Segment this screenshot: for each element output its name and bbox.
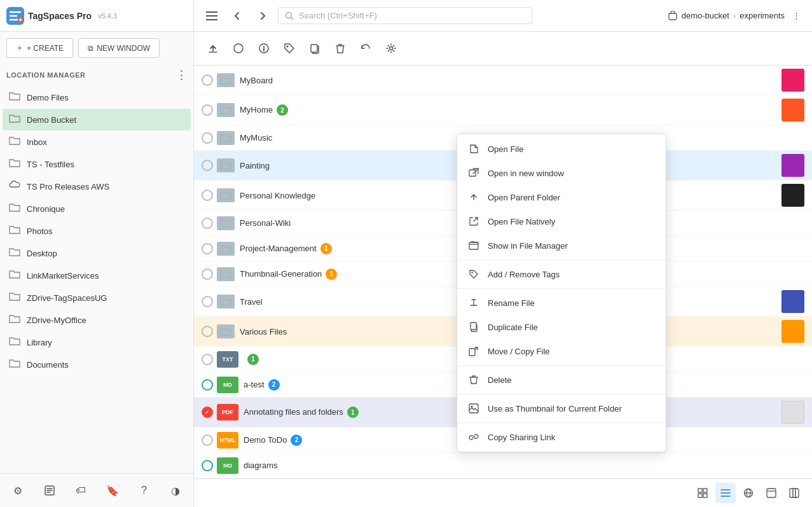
location-name: Chronique <box>27 204 174 214</box>
file-check <box>202 296 213 307</box>
circle-button[interactable] <box>227 37 250 60</box>
location-name: Inbox <box>27 137 174 147</box>
hamburger-button[interactable] <box>202 6 222 26</box>
context-menu-item-open-natively[interactable]: Open File Natively <box>457 209 666 233</box>
context-menu-item-rename-file[interactable]: Rename File <box>457 291 666 315</box>
context-menu-item-open-parent[interactable]: Open Parent Folder <box>457 185 666 209</box>
file-manager-icon <box>469 240 479 251</box>
sidebar-item-zdrive-myoffice[interactable]: ZDrive-MyOffice ⋮ <box>3 309 191 331</box>
grid-icon <box>698 488 708 498</box>
globe-view-button[interactable] <box>738 483 759 503</box>
context-menu-item-delete[interactable]: Delete <box>457 368 666 392</box>
context-menu-item-use-thumbnail[interactable]: Use as Thumbnail for Current Folder <box>457 396 666 420</box>
svg-rect-12 <box>703 489 707 492</box>
move-icon <box>469 346 479 356</box>
main-header: Search (Ctrl+Shift+F) demo-bucket › expe… <box>194 0 812 32</box>
help-button[interactable]: ? <box>132 479 155 502</box>
sidebar-item-ts-testfiles[interactable]: TS - Testfiles ⋮ <box>3 153 191 175</box>
file-check <box>202 354 213 365</box>
context-menu-item-show-file-manager[interactable]: Show in File Manager <box>457 233 666 258</box>
context-menu-item-duplicate-file[interactable]: Duplicate File <box>457 315 666 339</box>
forward-button[interactable] <box>252 6 273 26</box>
file-row[interactable]: MD diagrams <box>194 453 812 478</box>
sidebar-item-photos[interactable]: Photos ⋮ <box>3 220 191 242</box>
folder-icon <box>217 242 235 256</box>
columns-icon <box>789 488 799 498</box>
tag-count-badge: 1 <box>326 268 337 280</box>
context-menu-item-open-new-window[interactable]: Open in new window <box>457 161 666 185</box>
file-row[interactable]: MyHome2 <box>194 95 812 125</box>
link-icon <box>469 432 479 442</box>
location-icon <box>9 158 22 170</box>
columns-view-button[interactable] <box>784 483 804 503</box>
open-window-icon <box>469 168 479 178</box>
tags-button[interactable]: 🏷 <box>69 479 92 502</box>
settings-button[interactable]: ⚙ <box>6 479 29 502</box>
sidebar-logo: TagSpaces Pro v5.4.3 <box>6 7 117 25</box>
toolbar <box>194 32 812 66</box>
grid-view-button[interactable] <box>692 483 713 503</box>
new-window-icon: ⧉ <box>88 44 93 53</box>
sidebar-item-demo-bucket[interactable]: Demo Bucket ⋮ <box>3 109 191 130</box>
sidebar-item-zdrive-tagspaces[interactable]: ZDrive-TagSpacesUG ⋮ <box>3 287 191 309</box>
file-thumbnail <box>781 69 804 92</box>
duplicate-icon <box>469 322 479 332</box>
file-row[interactable]: MyBoard <box>194 66 812 95</box>
list-icon <box>720 488 731 498</box>
location-name: TS Pro Releases AWS <box>27 182 174 191</box>
folder-icon <box>9 358 20 368</box>
delete-button[interactable] <box>329 37 352 60</box>
location-manager-header: LOCATION MANAGER ⋮ <box>0 64 193 86</box>
create-button[interactable]: ＋ + CREATE <box>6 38 73 58</box>
sidebar-item-chronique[interactable]: Chronique ⋮ <box>3 198 191 219</box>
file-manager-icon <box>467 239 480 252</box>
location-icon <box>9 291 22 304</box>
sidebar-item-link-market[interactable]: LinkMarketServices ⋮ <box>3 265 191 286</box>
folder-icon <box>217 267 235 281</box>
search-bar[interactable]: Search (Ctrl+Shift+F) <box>278 7 532 24</box>
info-button[interactable] <box>252 37 275 60</box>
refresh-button[interactable] <box>354 37 377 60</box>
tag-count-badge: 2 <box>277 104 288 116</box>
delete-icon <box>469 375 479 385</box>
delete-icon <box>334 43 346 54</box>
folder-icon <box>9 135 20 146</box>
location-manager-more[interactable]: ⋮ <box>175 68 188 82</box>
folder-icon <box>9 158 20 168</box>
location-name: Library <box>27 338 174 347</box>
sidebar-item-ts-pro-releases[interactable]: TS Pro Releases AWS ⋮ <box>3 176 191 197</box>
context-menu-item-add-remove-tags[interactable]: Add / Remove Tags <box>457 262 666 286</box>
context-menu-label: Open in new window <box>488 169 564 178</box>
copy-button[interactable] <box>303 37 326 60</box>
list-view-button[interactable] <box>715 483 736 503</box>
new-window-button[interactable]: ⧉ NEW WINDOW <box>78 38 160 58</box>
context-menu-item-move-copy[interactable]: Move / Copy File <box>457 339 666 363</box>
sidebar-item-desktop[interactable]: Desktop ⋮ <box>3 242 191 264</box>
tag-button[interactable] <box>278 37 301 60</box>
sidebar-item-demo-files[interactable]: Demo Files ⋮ <box>3 87 191 108</box>
context-menu-item-open-file[interactable]: Open File <box>457 137 666 161</box>
context-menu-label: Open Parent Folder <box>488 193 560 202</box>
back-button[interactable] <box>227 6 247 26</box>
bookmarks-button[interactable]: 🔖 <box>101 479 124 502</box>
sidebar-item-library[interactable]: Library ⋮ <box>3 331 191 353</box>
theme-button[interactable]: ◑ <box>164 479 187 502</box>
sidebar-item-documents[interactable]: Documents ⋮ <box>3 354 191 375</box>
card-view-button[interactable] <box>761 483 781 503</box>
move-icon <box>467 345 480 358</box>
toolbar-settings-button[interactable] <box>380 37 403 60</box>
sidebar-item-inbox[interactable]: Inbox ⋮ <box>3 131 191 153</box>
upload-button[interactable] <box>202 37 224 60</box>
search-placeholder: Search (Ctrl+Shift+F) <box>299 11 377 20</box>
svg-rect-23 <box>471 323 476 330</box>
location-icon <box>9 314 22 326</box>
files-icon <box>44 485 55 496</box>
breadcrumb-more-button[interactable]: ⋮ <box>788 10 804 22</box>
open-parent-icon <box>469 192 479 202</box>
folder-svg <box>220 219 231 228</box>
location-name: LinkMarketServices <box>27 271 174 281</box>
context-menu-divider <box>457 394 666 394</box>
file-check <box>202 74 213 86</box>
context-menu-item-copy-link[interactable]: Copy Sharing Link <box>457 425 666 449</box>
files-button[interactable] <box>38 479 61 502</box>
